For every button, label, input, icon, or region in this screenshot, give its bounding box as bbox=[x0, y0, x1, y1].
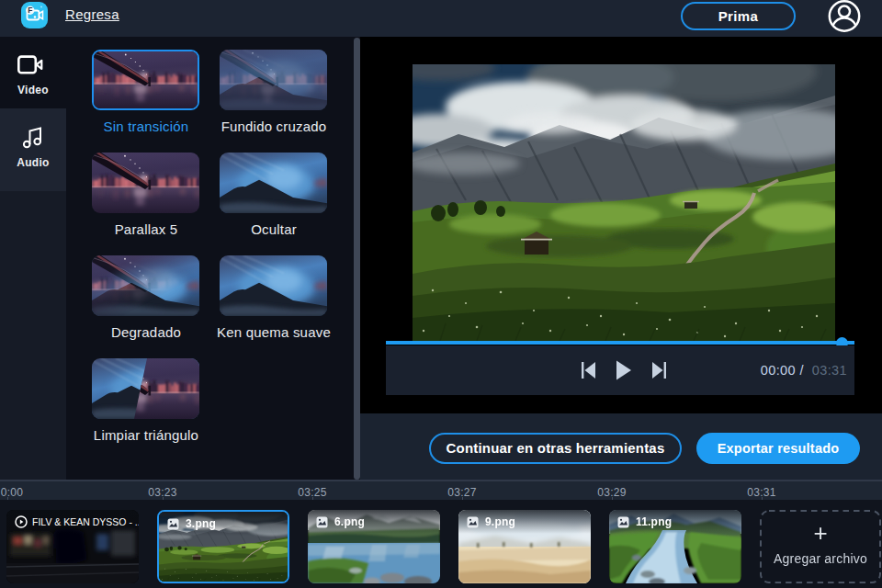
svg-text:F: F bbox=[28, 6, 32, 15]
